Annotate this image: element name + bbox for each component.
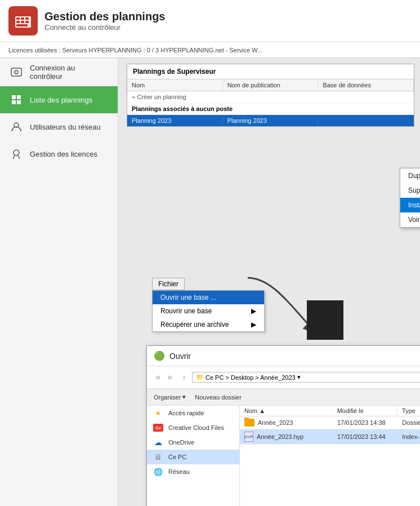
left-onedrive[interactable]: ☁ OneDrive [147, 435, 239, 450]
breadcrumb-dropdown-icon: ▾ [297, 374, 301, 381]
dialog-title-icon: 🟢 [154, 350, 165, 361]
onedrive-label: OneDrive [168, 439, 194, 446]
creative-cloud-label: Creative Cloud Files [168, 424, 224, 431]
acces-rapide-icon: ★ [153, 409, 164, 418]
svg-rect-8 [11, 68, 21, 76]
left-creative-cloud[interactable]: Cc Creative Cloud Files [147, 420, 239, 435]
context-guid[interactable]: Voir le GUID [400, 212, 420, 227]
create-planning-label: + Créer un planning [132, 94, 186, 100]
folder-icon-bc: 📁 [196, 374, 204, 381]
svg-rect-11 [17, 95, 21, 99]
breadcrumb: 📁 Ce PC > Desktop > Année_2023 ▾ [192, 372, 420, 383]
sidebar-item-connexion[interactable]: Connexion au contrôleur [0, 58, 118, 86]
sidebar-item-liste-label: Liste des plannings [30, 96, 92, 104]
breadcrumb-text: Ce PC > Desktop > Année_2023 [205, 374, 296, 381]
svg-rect-5 [21, 21, 24, 23]
file-name-hyp: HYP Année_2023.hyp [240, 430, 333, 443]
app-title: Gestion des plannings [44, 10, 165, 23]
file-type-folder: Dossier de fichiers [397, 418, 420, 427]
licences-icon [8, 146, 24, 162]
file-row-folder[interactable]: Année_2023 17/01/2023 14:38 Dossier de f… [240, 416, 420, 429]
context-dupliquer[interactable]: Dupliquer [400, 168, 420, 183]
dialog-toolbar: Organiser ▾ Nouveau dossier ⊞ ▾ ☰ [147, 389, 420, 406]
file-type-hyp: Index-Education ... [397, 432, 420, 441]
app-subtitle: Connecté au contrôleur [44, 23, 165, 32]
dropdown-recuperer[interactable]: Récupérer une archive ▶ [153, 318, 264, 331]
col-modified-header[interactable]: Modifié le [333, 406, 397, 416]
reseau-label: Réseau [168, 468, 190, 475]
reseau-icon: 🌐 [153, 467, 164, 476]
dropdown-ouvrir[interactable]: Ouvrir une base ... [153, 291, 264, 304]
organiser-btn[interactable]: Organiser ▾ [151, 392, 188, 402]
file-modified-folder: 17/01/2023 14:38 [333, 418, 397, 427]
svg-point-15 [14, 150, 19, 156]
sidebar-item-connexion-label: Connexion au contrôleur [30, 64, 109, 81]
hyp-icon: HYP [244, 432, 253, 442]
svg-rect-10 [12, 95, 16, 99]
header-text: Gestion des plannings Connecté au contrô… [44, 10, 165, 32]
left-reseau[interactable]: 🌐 Réseau [147, 464, 239, 479]
sidebar-item-licences-label: Gestion des licences [30, 150, 97, 158]
svg-rect-12 [12, 100, 16, 104]
left-acces-rapide[interactable]: ★ Accès rapide [147, 406, 239, 420]
row-base [318, 118, 414, 123]
sidebar-item-utilisateurs[interactable]: Utilisateurs du réseau [0, 113, 118, 140]
sidebar-item-licences[interactable]: Gestion des licences [0, 140, 118, 167]
nav-back-btn[interactable]: ◀ [151, 372, 163, 383]
onedrive-icon: ☁ [153, 438, 164, 447]
row-nom: Planning 2023 [127, 115, 223, 126]
file-name-folder: Année_2023 [240, 418, 333, 428]
dialog-nav: ◀ ▶ ↑ 📁 Ce PC > Desktop > Année_2023 ▾ ↻… [147, 366, 420, 389]
dialog-title-bar: 🟢 Ouvrir [147, 346, 420, 366]
context-installer[interactable]: Installer en tant que service windows [400, 198, 420, 212]
header: Gestion des plannings Connecté au contrô… [0, 0, 420, 42]
license-bar: Licences utilisées : Serveurs HYPERPLANN… [0, 42, 420, 58]
file-row-hyp[interactable]: HYP Année_2023.hyp 17/01/2023 13:44 Inde… [240, 429, 420, 445]
planning-panel: Plannings de Superviseur Nom Nom de publ… [127, 64, 414, 127]
open-dialog: 🟢 Ouvrir ◀ ▶ ↑ 📁 Ce PC > Desktop > Année… [146, 345, 420, 506]
acces-rapide-label: Accès rapide [168, 410, 204, 416]
utilisateurs-icon [8, 119, 24, 135]
svg-rect-13 [17, 100, 21, 104]
dropdown-rouvrir[interactable]: Rouvrir une base ▶ [153, 304, 264, 318]
col-nom: Nom [127, 79, 223, 91]
planning-row[interactable]: Planning 2023 Planning 2023 [127, 115, 414, 126]
content-area: Plannings de Superviseur Nom Nom de publ… [118, 58, 420, 506]
submenu-arrow-1: ▶ [251, 307, 256, 315]
ce-pc-icon: 🖥 [153, 452, 164, 461]
create-planning-row[interactable]: + Créer un planning [127, 91, 414, 103]
planning-panel-title: Plannings de Superviseur [127, 64, 414, 79]
col-publication: Nom de publication [223, 79, 319, 91]
nav-forward-btn[interactable]: ▶ [165, 372, 176, 383]
main-layout: Connexion au contrôleur Liste des planni… [0, 58, 420, 506]
row-publication: Planning 2023 [223, 115, 319, 126]
planning-table-header: Nom Nom de publication Base de données [127, 79, 414, 91]
file-dropdown: Ouvrir une base ... Rouvrir une base ▶ R… [152, 290, 265, 332]
nav-up-btn[interactable]: ↑ [178, 372, 190, 383]
sort-icon: ▲ [259, 407, 265, 414]
creative-cloud-icon: Cc [153, 423, 164, 432]
file-list-header: Nom ▲ Modifié le Type Taille [240, 406, 420, 416]
sidebar-item-liste-plannings[interactable]: Liste des plannings [0, 86, 118, 113]
file-list: Nom ▲ Modifié le Type Taille Année_2023 … [240, 406, 420, 506]
app-icon [8, 6, 38, 35]
sidebar-item-utilisateurs-label: Utilisateurs du réseau [30, 123, 101, 131]
context-supprimer[interactable]: Supprimer le planning sélectionné [400, 183, 420, 198]
section-title: Plannings associés à aucun poste [127, 103, 414, 115]
svg-point-9 [15, 70, 18, 74]
left-ce-pc[interactable]: 🖥 Ce PC [147, 450, 239, 464]
svg-rect-2 [21, 17, 24, 20]
ce-pc-label: Ce PC [168, 454, 186, 460]
file-menu-area: Fichier Ouvrir une base ... Rouvrir une … [152, 278, 265, 332]
fichier-menu-btn[interactable]: Fichier [152, 278, 185, 290]
nouveau-dossier-btn[interactable]: Nouveau dossier [193, 393, 244, 402]
organiser-dropdown-icon: ▾ [182, 393, 186, 401]
svg-rect-1 [16, 17, 20, 20]
menu-bar: Fichier [152, 278, 265, 290]
col-nom-header[interactable]: Nom ▲ [240, 406, 333, 416]
black-box-overlay [307, 300, 343, 340]
connexion-icon [8, 64, 24, 80]
file-modified-hyp: 17/01/2023 13:44 [333, 432, 397, 441]
col-type-header[interactable]: Type [397, 406, 420, 416]
svg-rect-3 [25, 17, 29, 20]
